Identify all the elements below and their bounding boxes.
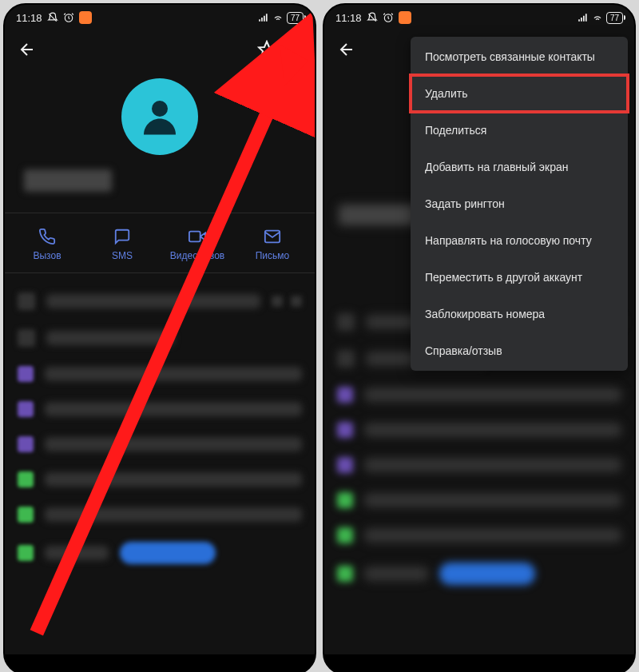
menu-help-feedback[interactable]: Справка/отзыв: [411, 332, 628, 369]
quick-actions-row: Вызов SMS Видеовызов Письмо: [5, 213, 315, 272]
tutorial-split-view: 11:18 77: [3, 3, 636, 672]
status-bar: 11:18 77: [5, 5, 315, 30]
dnd-off-icon: [47, 12, 58, 23]
action-sms-label: SMS: [112, 250, 133, 261]
back-button[interactable]: [18, 40, 37, 59]
menu-block-numbers[interactable]: Заблокировать номера: [411, 296, 628, 332]
status-time: 11:18: [16, 12, 42, 24]
svg-point-2: [291, 42, 294, 46]
phone-right: 11:18 77: [323, 3, 636, 672]
menu-route-voicemail[interactable]: Направлять на голосовую почту: [411, 222, 628, 259]
more-options-button[interactable]: [283, 40, 302, 59]
list-item[interactable]: [18, 427, 302, 462]
battery-indicator: 77: [606, 12, 623, 24]
nav-bar-placeholder: [324, 654, 634, 672]
action-video[interactable]: Видеовызов: [160, 228, 235, 261]
app-notification-icon: [399, 11, 411, 24]
menu-delete[interactable]: Удалить: [411, 75, 628, 112]
back-button[interactable]: [337, 40, 356, 59]
menu-add-to-home[interactable]: Добавить на главный экран: [411, 149, 628, 185]
app-notification-icon: [79, 11, 92, 24]
alarm-icon: [63, 12, 74, 23]
dnd-off-icon: [367, 12, 378, 23]
status-time: 11:18: [335, 12, 362, 24]
menu-move-account[interactable]: Переместить в другой аккаунт: [411, 259, 628, 296]
menu-share[interactable]: Поделиться: [411, 112, 628, 149]
contact-header: [5, 69, 315, 198]
list-item[interactable]: [18, 532, 302, 574]
phone-icon: [38, 228, 56, 245]
alarm-icon: [383, 12, 394, 23]
signal-icon: [577, 12, 589, 23]
svg-point-5: [152, 101, 168, 117]
list-item[interactable]: [18, 392, 302, 427]
phone-left: 11:18 77: [3, 3, 316, 672]
list-item[interactable]: [18, 320, 302, 356]
list-item[interactable]: [18, 283, 302, 320]
overflow-menu: Посмотреть связанные контакты Удалить По…: [411, 37, 628, 371]
video-icon: [189, 228, 206, 245]
contact-avatar: [121, 78, 198, 155]
list-item[interactable]: [18, 356, 302, 392]
action-email[interactable]: Письмо: [235, 228, 310, 261]
contact-name-redacted: [5, 169, 315, 192]
action-sms[interactable]: SMS: [85, 228, 160, 261]
svg-point-4: [291, 54, 294, 57]
sms-icon: [113, 228, 131, 245]
menu-view-linked-contacts[interactable]: Посмотреть связанные контакты: [411, 38, 628, 75]
app-bar: [5, 30, 315, 69]
list-item[interactable]: [18, 497, 302, 532]
svg-point-3: [291, 48, 294, 51]
list-item[interactable]: [18, 462, 302, 497]
wifi-icon: [592, 12, 603, 23]
favorite-button[interactable]: [257, 40, 276, 59]
email-icon: [264, 228, 281, 245]
signal-icon: [258, 12, 269, 23]
wifi-icon: [272, 12, 284, 23]
action-call[interactable]: Вызов: [10, 228, 85, 261]
action-video-label: Видеовызов: [170, 250, 224, 261]
action-email-label: Письмо: [256, 250, 290, 261]
battery-indicator: 77: [287, 12, 304, 24]
contact-details-list: [5, 273, 315, 583]
action-call-label: Вызов: [33, 250, 61, 261]
status-bar: 11:18 77: [324, 5, 634, 30]
menu-set-ringtone[interactable]: Задать рингтон: [411, 185, 628, 222]
nav-bar-placeholder: [5, 654, 315, 672]
svg-marker-1: [259, 42, 275, 57]
